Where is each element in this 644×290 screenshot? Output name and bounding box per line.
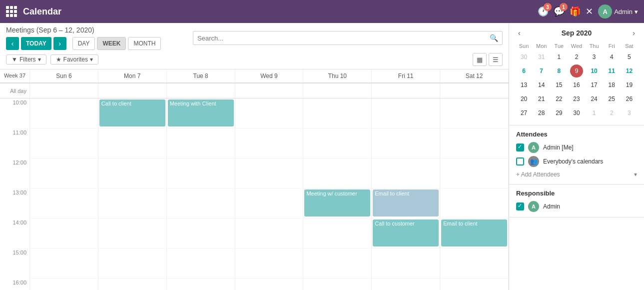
day-cell[interactable]: Email to client [372, 188, 440, 218]
event-block[interactable]: Meeting w/ customer [304, 190, 370, 216]
day-cell[interactable] [167, 158, 235, 188]
mini-day[interactable]: 3 [623, 106, 636, 120]
day-cell[interactable] [372, 128, 440, 158]
day-cell[interactable] [30, 98, 98, 128]
day-cell[interactable] [440, 188, 509, 218]
day-cell[interactable] [30, 128, 98, 158]
mini-day[interactable]: 2 [605, 106, 618, 120]
day-cell[interactable] [372, 248, 440, 278]
day-cell[interactable] [167, 218, 235, 248]
mini-day[interactable]: 2 [570, 50, 583, 64]
day-cell[interactable] [303, 218, 372, 248]
mini-day[interactable]: 4 [605, 50, 618, 64]
mini-day[interactable]: 22 [553, 92, 566, 106]
favorites-button[interactable]: ★ Favorites ▾ [50, 54, 98, 64]
day-cell[interactable] [372, 158, 440, 188]
event-block[interactable]: Call to customer [373, 220, 439, 246]
mini-next-button[interactable]: › [630, 28, 638, 38]
day-cell[interactable] [98, 158, 167, 188]
mini-day[interactable]: 28 [535, 106, 548, 120]
mini-day[interactable]: 3 [588, 50, 601, 64]
mini-day[interactable]: 21 [535, 92, 548, 106]
add-attendees-row[interactable]: + Add Attendees ▾ [516, 170, 637, 179]
mini-day[interactable]: 11 [605, 64, 618, 78]
day-cell[interactable] [440, 158, 509, 188]
day-cell[interactable] [440, 248, 509, 278]
day-cell[interactable] [303, 128, 372, 158]
day-cell[interactable] [98, 188, 167, 218]
mini-day[interactable]: 15 [553, 78, 566, 92]
day-cell[interactable] [440, 98, 509, 128]
mini-prev-button[interactable]: ‹ [515, 28, 524, 38]
day-cell[interactable] [303, 248, 372, 278]
day-cell[interactable]: Meeting with Client [167, 98, 235, 128]
day-cell[interactable] [372, 278, 440, 290]
mini-day[interactable]: 31 [535, 50, 548, 64]
mini-day[interactable]: 24 [588, 92, 601, 106]
user-menu[interactable]: A Admin ▾ [598, 4, 638, 18]
mini-day[interactable]: 9 [570, 64, 583, 78]
day-cell[interactable] [98, 278, 167, 290]
day-cell[interactable] [235, 218, 304, 248]
day-cell[interactable] [235, 188, 304, 218]
mini-day[interactable]: 1 [588, 106, 601, 120]
messages-icon[interactable]: 💬 1 [554, 6, 565, 17]
day-cell[interactable] [167, 278, 235, 290]
mini-day[interactable]: 6 [518, 64, 531, 78]
close-icon[interactable]: ✕ [586, 6, 593, 17]
mini-day[interactable]: 30 [570, 106, 583, 120]
calendar-view-icon-btn[interactable]: ▦ [473, 53, 487, 66]
event-block[interactable]: Email to client [373, 190, 439, 216]
day-cell[interactable]: Call to client [98, 98, 167, 128]
day-cell[interactable] [235, 278, 304, 290]
mini-day[interactable]: 8 [553, 64, 566, 78]
attendee-checkbox-everybody[interactable] [516, 158, 524, 166]
mini-day[interactable]: 13 [518, 78, 531, 92]
mini-day[interactable]: 23 [570, 92, 583, 106]
search-input[interactable] [197, 34, 487, 42]
event-block[interactable]: Email to client [441, 220, 507, 246]
day-cell[interactable]: Email to client [440, 218, 509, 248]
responsible-checkbox[interactable] [516, 202, 524, 210]
attendee-checkbox-admin[interactable] [516, 144, 524, 152]
day-cell[interactable] [372, 98, 440, 128]
mini-day[interactable]: 7 [535, 64, 548, 78]
apps-icon[interactable] [6, 6, 17, 17]
mini-day[interactable]: 26 [623, 92, 636, 106]
day-cell[interactable] [303, 98, 372, 128]
day-cell[interactable] [30, 188, 98, 218]
month-view-button[interactable]: MONTH [128, 37, 161, 50]
today-button[interactable]: TODAY [21, 37, 51, 50]
list-view-icon-btn[interactable]: ☰ [489, 53, 503, 66]
day-view-button[interactable]: DAY [72, 37, 95, 50]
day-cell[interactable] [235, 158, 304, 188]
prev-button[interactable]: ‹ [6, 37, 19, 50]
day-cell[interactable] [235, 98, 304, 128]
day-cell[interactable] [30, 158, 98, 188]
day-cell[interactable] [167, 248, 235, 278]
mini-day[interactable]: 14 [535, 78, 548, 92]
day-cell[interactable] [440, 278, 509, 290]
event-block[interactable]: Call to client [99, 100, 165, 126]
mini-day[interactable]: 12 [623, 64, 636, 78]
event-block[interactable]: Meeting with Client [168, 100, 234, 126]
day-cell[interactable] [440, 128, 509, 158]
mini-day[interactable]: 1 [553, 50, 566, 64]
mini-day[interactable]: 27 [518, 106, 531, 120]
day-cell[interactable] [303, 158, 372, 188]
mini-day[interactable]: 17 [588, 78, 601, 92]
day-cell[interactable] [167, 128, 235, 158]
day-cell[interactable] [235, 128, 304, 158]
mini-day[interactable]: 5 [623, 50, 636, 64]
mini-day[interactable]: 10 [588, 64, 601, 78]
day-cell[interactable] [98, 218, 167, 248]
day-cell[interactable] [30, 218, 98, 248]
day-cell[interactable] [98, 248, 167, 278]
filters-button[interactable]: ▼ Filters ▾ [6, 54, 46, 64]
mini-day[interactable]: 29 [553, 106, 566, 120]
mini-day[interactable]: 16 [570, 78, 583, 92]
gift-icon[interactable]: 🎁 [570, 6, 581, 17]
day-cell[interactable] [235, 248, 304, 278]
mini-day[interactable]: 18 [605, 78, 618, 92]
day-cell[interactable]: Meeting w/ customer [303, 188, 372, 218]
